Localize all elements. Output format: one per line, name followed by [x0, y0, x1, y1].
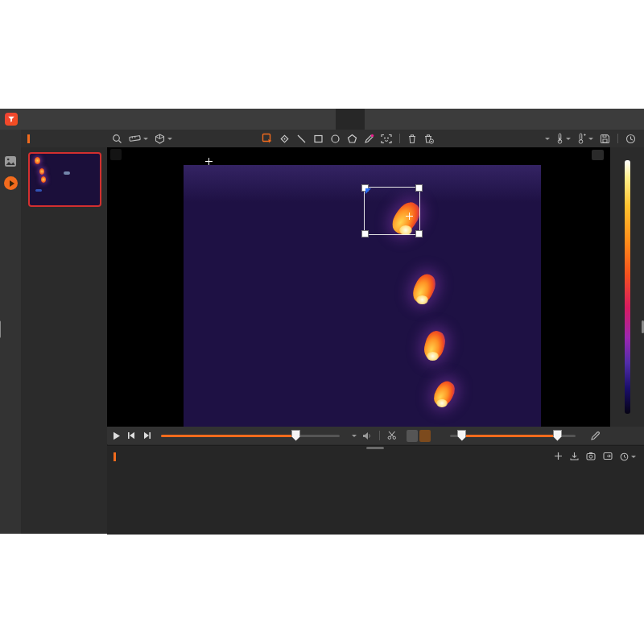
legend-item-min[interactable] [329, 453, 339, 460]
roi-min-marker-icon [365, 188, 371, 194]
legend-item-avg[interactable] [310, 453, 320, 460]
temperature-chart-panel [107, 445, 644, 535]
hot-object-4-tip [436, 399, 448, 407]
controls-divider [379, 431, 380, 440]
spot-point-icon[interactable] [279, 131, 290, 146]
save-icon[interactable] [600, 131, 610, 146]
legend-swatch-min [329, 453, 336, 460]
dropdown-caret-icon [588, 138, 593, 140]
thermometer-icon[interactable] [556, 131, 571, 146]
thumb-hotspot [35, 157, 40, 164]
legend-swatch-max [291, 453, 297, 460]
temp-range-slider[interactable] [450, 435, 576, 437]
app-window [0, 109, 644, 534]
clear-all-icon[interactable] [423, 131, 434, 146]
toolbar-divider [617, 134, 618, 143]
roi-handle-ne[interactable] [415, 184, 423, 192]
draw-pen-icon[interactable] [364, 131, 374, 146]
chart-accent-bar [114, 452, 116, 461]
spot-crosshair-icon[interactable] [205, 158, 213, 165]
image-library-icon[interactable] [4, 155, 17, 168]
left-rail [0, 130, 21, 534]
main-tabs [278, 109, 394, 130]
roi-handle-sw[interactable] [361, 230, 369, 237]
colorbar-panel [610, 147, 644, 427]
rect-tool-icon[interactable] [313, 131, 324, 146]
hot-object-2-tip [416, 295, 428, 304]
frame-slider-knob[interactable] [291, 430, 300, 441]
tab-online-analysis[interactable] [307, 109, 336, 130]
cube-3d-icon[interactable] [155, 131, 172, 146]
temperature-plot[interactable] [112, 475, 639, 533]
face-detect-icon[interactable] [381, 131, 392, 146]
viewer-canvas[interactable] [107, 147, 610, 427]
close-file-icon[interactable] [592, 150, 604, 160]
delete-icon[interactable] [407, 131, 417, 146]
dropdown-caret-icon [545, 138, 550, 140]
thermal-image[interactable] [184, 165, 541, 427]
measure-tool-icon[interactable] [129, 131, 148, 146]
line-tool-icon[interactable] [296, 131, 307, 146]
legend-item-max[interactable] [291, 453, 300, 460]
thumb-hotspot [41, 176, 46, 183]
step-forward-icon[interactable] [142, 428, 151, 443]
play-icon[interactable] [113, 428, 121, 443]
app-logo-icon [5, 113, 18, 126]
viewer-toolbar [107, 130, 644, 147]
zoom-icon[interactable] [112, 131, 122, 146]
thumb-marker [64, 171, 70, 175]
frame-slider-fill [161, 435, 297, 437]
chart-actions [554, 448, 636, 464]
temp-range-knob-max[interactable] [553, 430, 562, 441]
manual-mode-button[interactable] [419, 430, 431, 442]
snapshot-icon[interactable] [586, 449, 596, 464]
time-range-icon[interactable] [620, 452, 636, 461]
speaker-icon[interactable] [362, 428, 372, 443]
dropdown-caret-icon [566, 138, 571, 140]
select-area-icon[interactable] [262, 131, 273, 146]
file-tab[interactable] [110, 149, 122, 160]
chart-legend [291, 448, 339, 464]
thumb-marker [35, 189, 42, 192]
video-list-panel [21, 130, 108, 534]
temp-range-knob-min[interactable] [457, 430, 466, 441]
play-glyph [10, 180, 14, 187]
dropdown-caret-icon [631, 456, 636, 458]
video-thumbnail-selected[interactable] [28, 152, 101, 207]
polygon-tool-icon[interactable] [347, 131, 357, 146]
hot-object-3-tip [427, 352, 439, 361]
tab-offline-analysis[interactable] [336, 109, 365, 130]
text-style-icon[interactable] [543, 131, 550, 146]
tab-thermography-report[interactable] [365, 109, 394, 130]
download-icon[interactable] [570, 449, 579, 464]
tab-gallery[interactable] [278, 109, 307, 130]
scissors-icon[interactable] [387, 428, 397, 443]
frame-slider[interactable] [161, 435, 340, 437]
history-icon[interactable] [625, 131, 636, 146]
edit-pen-icon[interactable] [590, 428, 601, 443]
add-icon[interactable] [554, 449, 563, 464]
colorbar-gradient[interactable] [625, 160, 630, 414]
export-icon[interactable] [603, 449, 613, 464]
video-nav-icon[interactable] [4, 176, 18, 190]
panel-accent-bar [27, 134, 30, 143]
step-back-icon[interactable] [127, 428, 136, 443]
panel-header [21, 130, 107, 147]
thermal-top-glow [184, 165, 541, 202]
roi-selection-box[interactable] [364, 187, 420, 235]
roi-max-crosshair-icon [406, 213, 413, 220]
toolbar-divider [399, 134, 400, 143]
chart-header [107, 448, 644, 464]
dropdown-caret-icon [167, 138, 172, 140]
roi-handle-se[interactable] [415, 230, 423, 237]
legend-swatch-avg [310, 453, 316, 460]
circle-tool-icon[interactable] [330, 131, 341, 146]
thumb-hotspot [39, 168, 44, 175]
speed-caret-icon [352, 435, 357, 437]
thermometer-range-icon[interactable] [577, 131, 593, 146]
auto-mode-button[interactable] [407, 430, 418, 442]
left-splitter-handle[interactable] [0, 320, 1, 338]
playback-controls [107, 427, 644, 444]
temp-range-fill [461, 435, 557, 437]
dropdown-caret-icon [143, 138, 148, 140]
